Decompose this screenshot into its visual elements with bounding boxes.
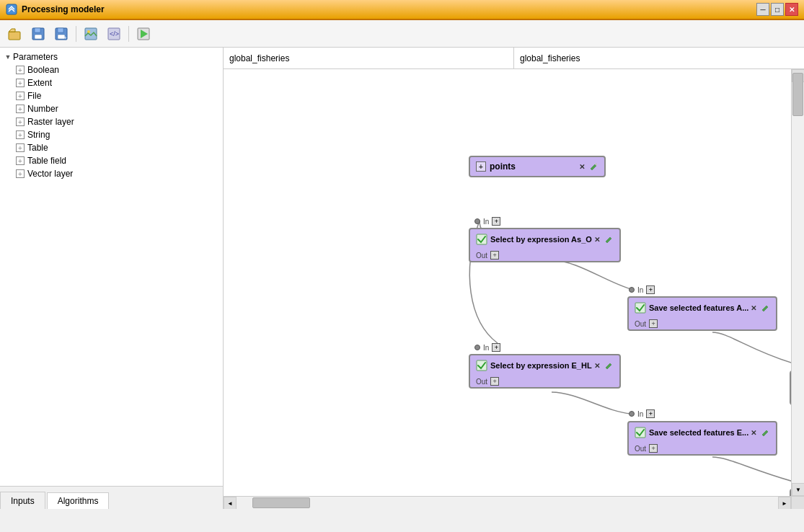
canvas-content[interactable]: + points ✕ In + bbox=[224, 69, 804, 509]
save-as-button[interactable]: + bbox=[50, 24, 72, 44]
node-close-icon[interactable]: ✕ bbox=[577, 161, 587, 172]
tree-item-file[interactable]: + File bbox=[0, 89, 223, 102]
node-points-label: points bbox=[490, 161, 577, 172]
tree-item-string[interactable]: + String bbox=[0, 128, 223, 141]
port-dot bbox=[629, 411, 635, 417]
port-dot bbox=[474, 218, 480, 224]
node-edit-icon[interactable] bbox=[604, 234, 614, 244]
item-label-vector-layer: Vector layer bbox=[27, 169, 73, 179]
port-out-label4: Out bbox=[635, 445, 646, 453]
separator bbox=[76, 26, 76, 42]
node-points[interactable]: + points ✕ bbox=[469, 156, 606, 177]
item-label-string: String bbox=[27, 130, 50, 140]
tree-item-table-field[interactable]: + Table field bbox=[0, 154, 223, 167]
node-edit-icon[interactable] bbox=[760, 427, 770, 438]
port-square[interactable]: + bbox=[646, 409, 655, 418]
port-out-select2: Out + bbox=[470, 376, 619, 387]
node-select2-label: Select by expression E_HL bbox=[490, 361, 592, 370]
item-label-raster-layer: Raster layer bbox=[27, 117, 74, 127]
tree-item-vector-layer[interactable]: + Vector layer bbox=[0, 167, 223, 180]
workflow-canvas[interactable]: + points ✕ In + bbox=[224, 69, 791, 496]
node-save1-label: Save selected features A... bbox=[649, 303, 748, 312]
item-label-table: Table bbox=[27, 143, 48, 153]
item-label-extent: Extent bbox=[27, 78, 52, 88]
port-square[interactable]: + bbox=[646, 285, 655, 294]
port-out-label3: Out bbox=[635, 320, 646, 328]
port-out-label: Out bbox=[476, 252, 487, 260]
node-select1-label: Select by expression As_O bbox=[490, 235, 592, 244]
minimize-button[interactable]: ─ bbox=[756, 3, 769, 16]
node-save-selected-2[interactable]: Save selected features E... ✕ Out + bbox=[627, 421, 777, 456]
scroll-thumb-h[interactable] bbox=[252, 497, 310, 508]
plus-icon: + bbox=[16, 118, 25, 126]
plus-icon: + bbox=[16, 92, 25, 100]
svg-rect-4 bbox=[35, 35, 42, 39]
tree-root-parameters[interactable]: ▼ Parameters bbox=[0, 50, 223, 63]
port-square[interactable]: + bbox=[492, 343, 500, 352]
run-button[interactable] bbox=[133, 24, 154, 44]
inputs-tab[interactable]: Inputs bbox=[0, 492, 45, 509]
plus-icon: + bbox=[16, 169, 25, 178]
port-out-label2: Out bbox=[476, 378, 487, 386]
canvas-area: + points ✕ In + bbox=[224, 48, 804, 509]
scroll-corner bbox=[791, 496, 804, 509]
node-save2-label: Save selected features E... bbox=[649, 428, 748, 437]
toolbar: + </> bbox=[0, 20, 804, 48]
save-button[interactable] bbox=[27, 24, 49, 44]
node-close-icon[interactable]: ✕ bbox=[592, 360, 602, 371]
port-in-label: In bbox=[483, 218, 489, 226]
app-icon bbox=[6, 4, 17, 15]
plus-icon: + bbox=[16, 79, 25, 87]
open-button[interactable] bbox=[4, 24, 26, 44]
parameter-tree: ▼ Parameters + Boolean + Extent + File +… bbox=[0, 48, 223, 486]
tree-item-number[interactable]: + Number bbox=[0, 102, 223, 115]
port-square-out4[interactable]: + bbox=[649, 444, 658, 453]
tree-item-boolean[interactable]: + Boolean bbox=[0, 63, 223, 76]
algorithms-tab[interactable]: Algorithms bbox=[47, 492, 110, 509]
plus-icon: + bbox=[16, 156, 25, 165]
scroll-right-button[interactable]: ► bbox=[778, 497, 791, 509]
tree-item-table[interactable]: + Table bbox=[0, 141, 223, 154]
port-square[interactable]: + bbox=[492, 217, 500, 226]
model-group-input[interactable] bbox=[514, 48, 804, 68]
export-image-button[interactable] bbox=[80, 24, 102, 44]
window-title: Processing modeler bbox=[22, 4, 755, 14]
port-dot bbox=[474, 345, 480, 350]
expand-icon: ▼ bbox=[3, 52, 13, 62]
node-save-selected-1[interactable]: Save selected features A... ✕ Out + bbox=[627, 296, 777, 331]
port-out-save1: Out + bbox=[629, 318, 776, 329]
tree-root-label: Parameters bbox=[13, 52, 58, 62]
svg-rect-6 bbox=[58, 28, 63, 32]
port-square-out[interactable]: + bbox=[490, 251, 499, 260]
port-in-label2: In bbox=[483, 344, 489, 352]
node-close-icon[interactable]: ✕ bbox=[748, 427, 759, 438]
scroll-left-button[interactable]: ◄ bbox=[224, 497, 237, 509]
port-square-out2[interactable]: + bbox=[490, 377, 499, 386]
plus-icon: + bbox=[16, 66, 25, 74]
port-in-save1: In + bbox=[629, 285, 655, 294]
bottom-tabs: Inputs Algorithms bbox=[0, 486, 223, 509]
node-close-icon[interactable]: ✕ bbox=[592, 234, 602, 244]
model-name-input[interactable] bbox=[224, 48, 514, 68]
main-area: ▼ Parameters + Boolean + Extent + File +… bbox=[0, 48, 804, 509]
maximize-button[interactable]: □ bbox=[771, 3, 784, 16]
node-close-icon[interactable]: ✕ bbox=[748, 303, 759, 313]
node-edit-icon[interactable] bbox=[760, 303, 770, 313]
node-select-expr-1[interactable]: Select by expression As_O ✕ Out + bbox=[469, 228, 621, 262]
svg-rect-1 bbox=[9, 32, 20, 40]
node-plus-icon: + bbox=[476, 161, 486, 172]
scroll-thumb-v[interactable] bbox=[792, 73, 803, 116]
horizontal-scrollbar[interactable]: ◄ ► bbox=[224, 496, 791, 509]
tree-item-raster-layer[interactable]: + Raster layer bbox=[0, 115, 223, 128]
node-edit-icon[interactable] bbox=[588, 161, 598, 172]
node-edit-icon[interactable] bbox=[604, 360, 614, 371]
port-square-out3[interactable]: + bbox=[649, 319, 658, 328]
close-button[interactable]: ✕ bbox=[785, 3, 798, 16]
vertical-scrollbar[interactable]: ▲ ▼ bbox=[791, 69, 804, 496]
svg-text:+: + bbox=[63, 35, 67, 40]
export-script-button[interactable]: </> bbox=[103, 24, 125, 44]
node-select-expr-2[interactable]: Select by expression E_HL ✕ Out + bbox=[469, 354, 621, 389]
scroll-down-button[interactable]: ▼ bbox=[792, 483, 804, 496]
tree-item-extent[interactable]: + Extent bbox=[0, 76, 223, 89]
canvas-header bbox=[224, 48, 804, 69]
